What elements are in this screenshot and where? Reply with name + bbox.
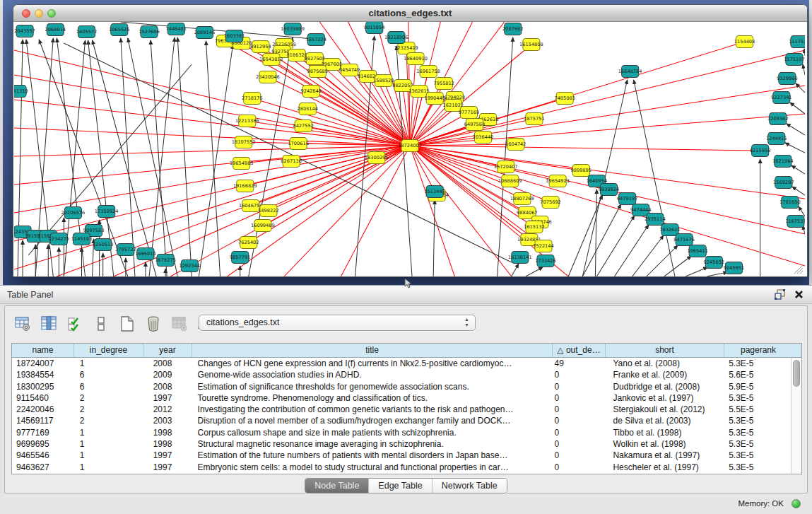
table-cell[interactable]: 14569117: [12, 415, 74, 426]
graph-edge[interactable]: [245, 146, 410, 186]
graph-edge[interactable]: [341, 146, 410, 276]
tab-edge-table[interactable]: Edge Table: [368, 479, 431, 493]
column-header-short[interactable]: short: [606, 344, 724, 357]
close-panel-icon[interactable]: [794, 290, 804, 299]
graph-edge[interactable]: [787, 124, 805, 135]
table-cell[interactable]: 5.3E-5: [723, 438, 791, 450]
graph-edge[interactable]: [512, 264, 519, 276]
table-cell[interactable]: Hescheler et al. (1997): [604, 462, 723, 473]
table-cell[interactable]: 2008: [143, 381, 192, 392]
column-header-year[interactable]: year: [143, 344, 192, 357]
table-row[interactable]: 1456911722003Disruption of a novel membe…: [12, 415, 791, 426]
table-cell[interactable]: 1: [74, 358, 143, 369]
table-row[interactable]: 1830029562008Estimation of significance …: [12, 381, 791, 392]
select-column-icon[interactable]: [40, 315, 58, 333]
graph-edge[interactable]: [686, 267, 707, 276]
table-cell[interactable]: 1: [74, 427, 143, 438]
graph-edge[interactable]: [14, 146, 410, 156]
graph-edge[interactable]: [790, 103, 805, 114]
table-cell[interactable]: 2003: [143, 415, 192, 426]
graph-edge[interactable]: [498, 37, 513, 276]
float-panel-icon[interactable]: [775, 289, 786, 300]
table-cell[interactable]: 5.3E-5: [723, 462, 791, 473]
column-visibility-icon[interactable]: [66, 315, 84, 333]
table-cell[interactable]: 1: [74, 438, 143, 450]
table-cell[interactable]: 9115460: [12, 392, 74, 404]
table-cell[interactable]: 5.3E-5: [723, 415, 791, 426]
table-cell[interactable]: de Silva et al. (2003): [604, 415, 723, 426]
table-cell[interactable]: 0: [552, 427, 605, 438]
graph-edge[interactable]: [14, 75, 410, 146]
table-cell[interactable]: 0: [552, 438, 605, 450]
table-cell[interactable]: Estimation of significance thresholds fo…: [192, 381, 552, 392]
table-row[interactable]: 1938455462009Genome-wide association stu…: [12, 369, 791, 380]
table-cell[interactable]: 0: [552, 392, 605, 404]
graph-edge[interactable]: [804, 49, 805, 56]
table-cell[interactable]: 0: [552, 462, 605, 473]
table-cell[interactable]: Nakamura et al. (1997): [604, 450, 723, 461]
graph-edge[interactable]: [199, 45, 233, 276]
table-row[interactable]: 911546021997Tourette syndrome. Phenomeno…: [12, 392, 791, 404]
graph-edge[interactable]: [410, 146, 510, 181]
table-cell[interactable]: Changes of HCN gene expression and I(f) …: [192, 358, 552, 369]
table-cell[interactable]: Franke et al. (2009): [604, 369, 723, 380]
table-cell[interactable]: 18300295: [12, 381, 74, 392]
graph-edge[interactable]: [632, 235, 664, 276]
table-cell[interactable]: 1997: [143, 392, 192, 404]
table-row[interactable]: 2242004622012Investigating the contribut…: [12, 404, 791, 415]
table-row[interactable]: 1872400712008Changes of HCN gene express…: [12, 358, 791, 369]
graph-edge[interactable]: [582, 204, 620, 276]
graph-edge[interactable]: [18, 40, 23, 276]
table-cell[interactable]: 9699695: [12, 438, 74, 450]
table-cell[interactable]: 22420046: [12, 404, 74, 415]
table-cell[interactable]: 0: [552, 381, 605, 392]
column-header-pagerank[interactable]: pagerank: [724, 344, 792, 357]
table-cell[interactable]: 9465546: [12, 450, 74, 461]
graph-edge[interactable]: [206, 41, 220, 276]
graph-edge[interactable]: [792, 165, 805, 174]
table-cell[interactable]: 19384554: [12, 369, 74, 380]
graph-edge[interactable]: [410, 22, 505, 146]
graph-edge[interactable]: [433, 200, 435, 276]
table-cell[interactable]: 6: [74, 369, 143, 380]
graph-edge[interactable]: [121, 38, 135, 276]
graph-edge[interactable]: [664, 256, 691, 276]
table-cell[interactable]: 5.3E-5: [723, 427, 791, 438]
table-cell[interactable]: 49: [552, 358, 605, 369]
table-cell[interactable]: Jankovic et al. (1997): [604, 392, 723, 404]
table-cell[interactable]: Embryonic stem cells: a model to study s…: [192, 462, 552, 473]
table-cell[interactable]: 1: [74, 462, 143, 473]
minimize-window-button[interactable]: [35, 9, 43, 18]
column-header-in_degree[interactable]: in_degree: [74, 344, 143, 357]
table-cell[interactable]: Dudbridge et al. (2008): [604, 381, 723, 392]
table-cell[interactable]: 5.6E-5: [723, 369, 791, 380]
column-header-name[interactable]: name: [12, 344, 74, 357]
network-graph[interactable]: 1872400718300295796382288601288912954252…: [14, 22, 805, 276]
tab-node-table[interactable]: Node Table: [305, 479, 368, 493]
table-cell[interactable]: 1998: [143, 427, 192, 438]
table-cell[interactable]: 5.3E-5: [723, 392, 791, 404]
graph-edge[interactable]: [596, 216, 634, 276]
table-cell[interactable]: Estimation of the future numbers of pati…: [192, 450, 552, 461]
table-cell[interactable]: Investigating the contribution of common…: [192, 404, 552, 415]
row-height-icon[interactable]: [92, 315, 110, 333]
graph-edge[interactable]: [268, 77, 410, 146]
graph-edge[interactable]: [707, 272, 727, 276]
table-cell[interactable]: 5.3E-5: [723, 358, 791, 369]
graph-edge[interactable]: [647, 245, 678, 276]
graph-edge[interactable]: [634, 80, 675, 276]
tab-network-table[interactable]: Network Table: [432, 479, 507, 493]
graph-edge[interactable]: [792, 187, 805, 195]
graph-edge[interactable]: [803, 64, 805, 75]
graph-edge[interactable]: [796, 83, 805, 93]
table-cell[interactable]: 2012: [143, 404, 192, 415]
canvas-resize-grip[interactable]: [794, 265, 803, 274]
graph-edge[interactable]: [410, 59, 416, 146]
table-cell[interactable]: 1998: [143, 438, 192, 450]
table-cell[interactable]: 2: [74, 415, 143, 426]
table-row[interactable]: 977716911998Corpus callosum shape and si…: [12, 427, 791, 438]
network-canvas[interactable]: 1872400718300295796382288601288912954252…: [14, 22, 806, 276]
table-cell[interactable]: 0: [552, 415, 605, 426]
table-cell[interactable]: 2: [74, 404, 143, 415]
window-titlebar[interactable]: citations_edges.txt: [13, 5, 807, 22]
